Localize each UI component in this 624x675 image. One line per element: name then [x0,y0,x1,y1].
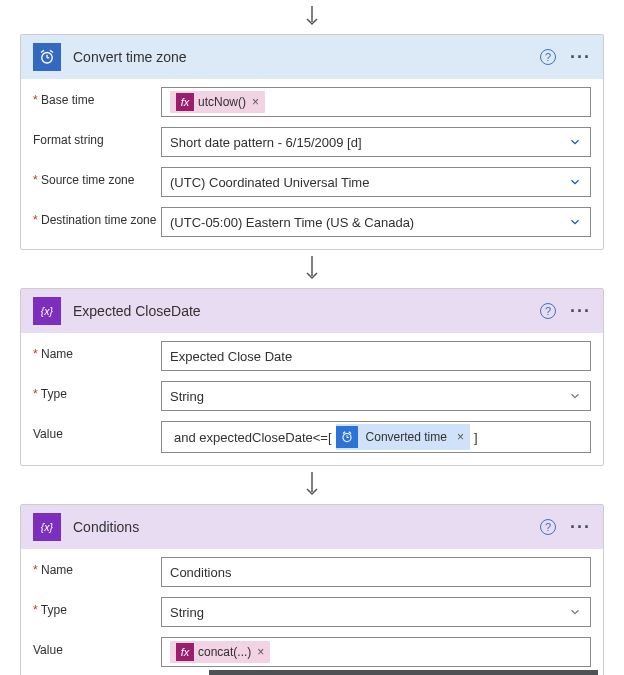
variable-icon: {x} [33,297,61,325]
value-text-suffix: ] [470,430,482,445]
select-value: (UTC-05:00) Eastern Time (US & Canada) [170,215,414,230]
value-input[interactable]: fx concat(...) × concat(variables('Statu… [161,637,591,667]
variable-icon: {x} [33,513,61,541]
name-input[interactable]: Expected Close Date [161,341,591,371]
field-label-source-tz: Source time zone [33,167,161,187]
token-text: concat(...) [198,645,251,659]
svg-line-5 [50,50,53,52]
field-label-value: Value [33,421,161,441]
chevron-down-icon [568,135,582,149]
input-value: Expected Close Date [170,349,292,364]
card-header[interactable]: Convert time zone ? ··· [21,35,603,79]
field-label-name: Name [33,341,161,361]
help-icon[interactable]: ? [540,303,556,319]
action-card-conditions: {x} Conditions ? ··· Name Conditions Typ… [20,504,604,675]
field-label-type: Type [33,381,161,401]
dynamic-content-token[interactable]: Converted time × [336,424,470,450]
svg-line-4 [41,50,44,52]
card-title: Expected CloseDate [73,303,528,319]
destination-timezone-select[interactable]: (UTC-05:00) Eastern Time (US & Canada) [161,207,591,237]
format-string-select[interactable]: Short date pattern - 6/15/2009 [d] [161,127,591,157]
svg-text:{x}: {x} [41,305,54,317]
help-icon[interactable]: ? [540,49,556,65]
more-menu-icon[interactable]: ··· [570,52,591,62]
field-label-name: Name [33,557,161,577]
expression-tooltip: concat(variables('Status Condition'),var… [209,670,598,675]
value-input[interactable]: and expectedCloseDate<=[ Converted time … [161,421,591,453]
fx-icon: fx [176,643,194,661]
help-icon[interactable]: ? [540,519,556,535]
field-label-format: Format string [33,127,161,147]
card-title: Convert time zone [73,49,528,65]
clock-icon [33,43,61,71]
type-select[interactable]: String [161,597,591,627]
flow-arrow [20,0,604,34]
remove-token-icon[interactable]: × [457,430,464,444]
value-text-prefix: and expectedCloseDate<=[ [170,430,336,445]
chevron-down-icon [568,215,582,229]
svg-line-11 [342,432,344,434]
clock-icon [336,426,358,448]
flow-arrow [20,250,604,288]
base-time-input[interactable]: fx utcNow() × [161,87,591,117]
token-text: utcNow() [198,95,246,109]
chevron-down-icon [568,175,582,189]
chevron-down-icon [568,389,582,403]
action-card-convert-time-zone: Convert time zone ? ··· Base time fx utc… [20,34,604,250]
more-menu-icon[interactable]: ··· [570,306,591,316]
expression-token[interactable]: fx utcNow() × [170,91,265,113]
chevron-down-icon [568,605,582,619]
select-value: String [170,389,204,404]
token-text: Converted time [362,430,451,444]
name-input[interactable]: Conditions [161,557,591,587]
input-value: Conditions [170,565,231,580]
remove-token-icon[interactable]: × [257,645,264,659]
remove-token-icon[interactable]: × [252,95,259,109]
card-title: Conditions [73,519,528,535]
flow-arrow [20,466,604,504]
field-label-dest-tz: Destination time zone [33,207,161,227]
card-header[interactable]: {x} Expected CloseDate ? ··· [21,289,603,333]
card-header[interactable]: {x} Conditions ? ··· [21,505,603,549]
action-card-expected-closedate: {x} Expected CloseDate ? ··· Name Expect… [20,288,604,466]
field-label-value: Value [33,637,161,657]
select-value: (UTC) Coordinated Universal Time [170,175,369,190]
type-select[interactable]: String [161,381,591,411]
expression-token[interactable]: fx concat(...) × [170,641,270,663]
field-label-base-time: Base time [33,87,161,107]
field-label-type: Type [33,597,161,617]
more-menu-icon[interactable]: ··· [570,522,591,532]
arrow-down-icon [304,472,320,498]
select-value: Short date pattern - 6/15/2009 [d] [170,135,362,150]
select-value: String [170,605,204,620]
arrow-down-icon [304,256,320,282]
svg-text:{x}: {x} [41,521,54,533]
fx-icon: fx [176,93,194,111]
source-timezone-select[interactable]: (UTC) Coordinated Universal Time [161,167,591,197]
arrow-down-icon [304,6,320,28]
svg-line-12 [348,432,350,434]
